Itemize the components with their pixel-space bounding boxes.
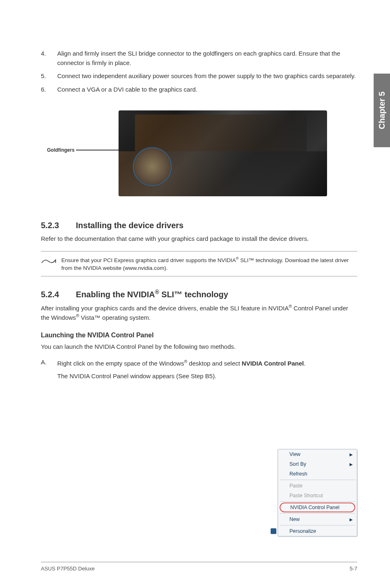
section-title: Enabling the NVIDIA® SLI™ technology [76,290,229,299]
section-number: 5.2.4 [41,290,74,299]
step-letter: A. [41,359,57,384]
section-524-body: After installing your graphics cards and… [41,303,357,323]
numbered-steps-top: 4. Align and firmly insert the SLI bridg… [41,49,357,94]
launch-heading: Launching the NVIDIA Control Panel [41,332,357,339]
menu-item-paste-shortcut: Paste Shortcut [278,491,357,500]
menu-item-view[interactable]: View▶ [278,449,357,459]
note-box-523: Ensure that your PCI Express graphics ca… [41,251,357,277]
footer-left: ASUS P7P55D Deluxe [41,566,95,572]
menu-item-paste: Paste [278,481,357,491]
footer-page-number: 5-7 [350,566,357,572]
submenu-arrow-icon: ▶ [350,452,353,457]
section-523-body: Refer to the documentation that came wit… [41,234,357,244]
step-5: 5. Connect two independent auxiliary pow… [41,72,357,81]
section-title: Installing the device drivers [76,221,184,230]
note-icon [41,256,61,270]
callout-circle [133,147,172,186]
context-menu: View▶ Sort By▶ Refresh Paste Paste Short… [278,449,357,536]
launch-intro: You can launch the NVIDIA Control Panel … [41,342,357,352]
menu-separator [280,501,355,502]
menu-separator [280,480,355,480]
menu-item-refresh[interactable]: Refresh [278,469,357,479]
step-text: Align and firmly insert the SLI bridge c… [57,49,357,67]
step-4: 4. Align and firmly insert the SLI bridg… [41,49,357,67]
step-6: 6. Connect a VGA or a DVI cable to the g… [41,85,357,94]
step-text: Connect two independent auxiliary power … [57,72,356,81]
callout-line [76,150,119,150]
step-text: Connect a VGA or a DVI cable to the grap… [57,85,197,94]
step-content: Right click on the empty space of the Wi… [57,359,357,384]
submenu-arrow-icon: ▶ [350,462,353,467]
menu-item-nvidia-control-panel[interactable]: NVIDIA Control Panel [280,503,355,512]
section-523-heading: 5.2.3 Installing the device drivers [41,221,357,230]
label-goldfingers: Goldfingers [47,147,74,153]
section-524-heading: 5.2.4 Enabling the NVIDIA® SLI™ technolo… [41,289,357,299]
personalize-icon [271,528,276,534]
menu-separator [280,525,355,525]
step-a: A. Right click on the empty space of the… [41,359,357,384]
menu-item-sortby[interactable]: Sort By▶ [278,459,357,469]
sli-figure: SLI bridge Goldfingers [41,102,357,204]
menu-separator [280,513,355,514]
menu-item-personalize[interactable]: Personalize [278,526,357,536]
step-number: 6. [41,85,57,94]
menu-item-new[interactable]: New▶ [278,514,357,524]
note-text: Ensure that your PCI Express graphics ca… [61,256,357,272]
page-footer: ASUS P7P55D Deluxe 5-7 [41,562,357,572]
step-number: 4. [41,49,57,67]
submenu-arrow-icon: ▶ [350,517,353,522]
step-number: 5. [41,72,57,81]
section-number: 5.2.3 [41,221,74,230]
